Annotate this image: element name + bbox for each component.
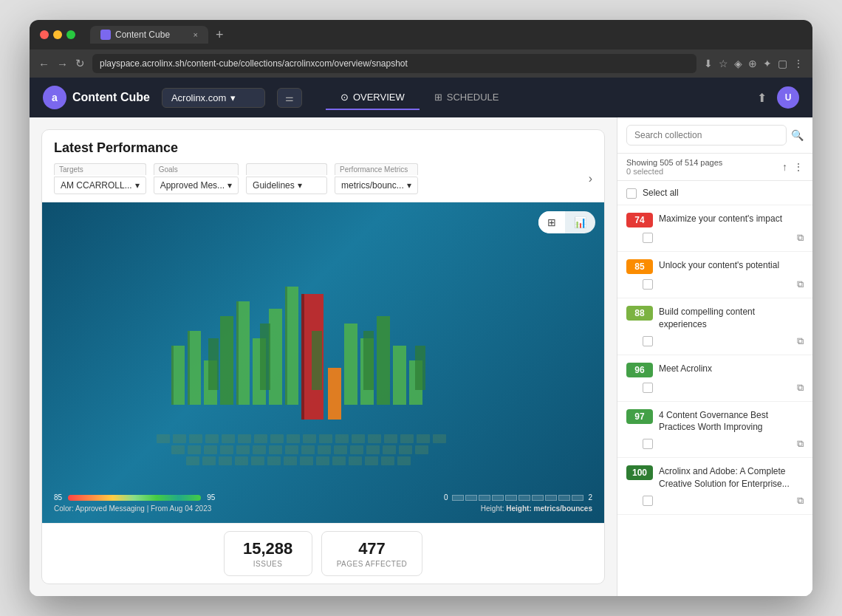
item-checkbox[interactable] xyxy=(643,439,653,449)
close-button[interactable] xyxy=(40,30,49,39)
copy-icon[interactable]: ⧉ xyxy=(797,335,804,347)
copy-icon[interactable]: ⧉ xyxy=(797,382,804,394)
extension2-icon: ⊕ xyxy=(748,58,757,69)
item-checkbox[interactable] xyxy=(643,383,653,393)
back-button[interactable]: ← xyxy=(38,58,49,70)
user-avatar[interactable]: U xyxy=(777,86,799,109)
avatar-initial: U xyxy=(785,92,792,103)
copy-icon[interactable]: ⧉ xyxy=(797,495,804,507)
new-tab-button[interactable]: + xyxy=(211,27,228,43)
search-button[interactable]: 🔍 xyxy=(791,129,804,141)
address-bar-actions: ⬇ ☆ ◈ ⊕ ✦ ▢ ⋮ xyxy=(704,58,804,69)
item-row-1: 74 Maximize your content's impact xyxy=(626,213,804,227)
svg-rect-51 xyxy=(220,316,233,405)
select-all-checkbox[interactable] xyxy=(626,188,637,199)
grid-view-button[interactable]: ⊞ xyxy=(538,211,565,233)
org-name: Acrolinx.com xyxy=(171,92,226,103)
item-title: 4 Content Governance Best Practices Wort… xyxy=(659,409,804,434)
svg-rect-37 xyxy=(235,456,248,465)
collapse-button[interactable]: › xyxy=(589,172,592,185)
svg-rect-4 xyxy=(222,434,235,443)
header-right: ⬆ U xyxy=(757,86,799,109)
svg-rect-58 xyxy=(344,324,357,405)
svg-rect-32 xyxy=(399,445,412,454)
tab-overview-label: OVERVIEW xyxy=(353,92,405,103)
viz-legend: 85 95 Color: Approved Messaging | From A… xyxy=(54,493,592,513)
bookmark-icon[interactable]: ☆ xyxy=(719,58,728,69)
copy-icon[interactable]: ⧉ xyxy=(797,232,804,244)
svg-rect-60 xyxy=(377,316,390,405)
svg-rect-7 xyxy=(270,434,284,443)
svg-rect-63 xyxy=(208,338,219,390)
svg-rect-42 xyxy=(316,456,329,465)
color-legend-label: Color: Approved Messaging | From Aug 04 … xyxy=(54,504,215,513)
item-row-3: 88 Build compelling content experiences xyxy=(626,306,804,331)
svg-rect-13 xyxy=(368,434,381,443)
refresh-button[interactable]: ↻ xyxy=(75,57,85,70)
svg-rect-12 xyxy=(352,434,365,443)
targets-control: Targets AM CCARROLL... ▾ xyxy=(54,163,146,194)
split-icon: ▢ xyxy=(778,58,787,69)
perf-title: Latest Performance xyxy=(54,140,592,156)
org-dropdown[interactable]: Acrolinx.com ▾ xyxy=(162,88,265,108)
metrics-label: Performance Metrics xyxy=(335,163,418,175)
pages-stat: 477 PAGES AFFECTED xyxy=(321,531,423,576)
filter-button[interactable]: ⚌ xyxy=(277,88,302,108)
tab-overview[interactable]: ⊙ OVERVIEW xyxy=(326,86,420,110)
item-checkbox[interactable] xyxy=(643,496,653,506)
svg-rect-21 xyxy=(220,445,233,454)
svg-rect-36 xyxy=(219,456,232,465)
meta-actions: ↑ ⋮ xyxy=(782,161,804,173)
svg-rect-57 xyxy=(328,368,341,420)
tab-favicon xyxy=(100,30,111,40)
chart-view-button[interactable]: 📊 xyxy=(565,211,595,233)
maximize-button[interactable] xyxy=(66,30,75,39)
copy-icon[interactable]: ⧉ xyxy=(797,438,804,450)
logo-area: a Content Cube xyxy=(43,86,150,109)
copy-icon[interactable]: ⧉ xyxy=(797,278,804,290)
item-title: Build compelling content experiences xyxy=(659,306,804,331)
targets-label: Targets xyxy=(54,163,146,175)
svg-rect-24 xyxy=(269,445,282,454)
select-all-label: Select all xyxy=(643,188,679,198)
tab-schedule-label: SCHEDULE xyxy=(447,92,499,103)
metrics-select[interactable]: metrics/bounc... ▾ xyxy=(335,177,418,194)
sort-up-icon[interactable]: ↑ xyxy=(782,161,787,173)
svg-rect-8 xyxy=(287,434,300,443)
forward-button[interactable]: → xyxy=(57,58,68,70)
svg-rect-30 xyxy=(366,445,380,454)
item-checkbox[interactable] xyxy=(643,279,653,290)
bar-chart-icon: 📊 xyxy=(574,216,586,228)
svg-rect-40 xyxy=(284,456,297,465)
more-vert-icon[interactable]: ⋮ xyxy=(793,161,804,173)
item-checkbox[interactable] xyxy=(643,233,653,243)
more-icon[interactable]: ⋮ xyxy=(793,58,804,69)
svg-rect-19 xyxy=(188,445,201,454)
targets-select[interactable]: AM CCARROLL... ▾ xyxy=(54,177,146,194)
svg-rect-71 xyxy=(285,287,287,405)
score-badge: 85 xyxy=(626,259,653,274)
item-checkbox[interactable] xyxy=(643,336,653,346)
svg-rect-0 xyxy=(157,434,170,443)
guidelines-label xyxy=(246,163,327,175)
tab-schedule[interactable]: ⊞ SCHEDULE xyxy=(420,86,514,110)
minimize-button[interactable] xyxy=(53,30,62,39)
share-icon[interactable]: ⬆ xyxy=(757,91,767,105)
collection-meta-text: Showing 505 of 514 pages 0 selected xyxy=(626,158,722,176)
item-row-5: 97 4 Content Governance Best Practices W… xyxy=(626,409,804,434)
metrics-value: metrics/bounc... xyxy=(341,180,404,191)
svg-rect-3 xyxy=(205,434,219,443)
chevron-down-icon: ▾ xyxy=(230,92,236,103)
height-bar: 0 2 xyxy=(444,493,592,502)
showing-text: Showing 505 of 514 pages xyxy=(626,158,722,167)
url-input[interactable] xyxy=(92,54,696,73)
guidelines-select[interactable]: Guidelines ▾ xyxy=(246,177,327,194)
list-item: 85 Unlock your content's potential ⧉ xyxy=(617,252,812,298)
goals-select[interactable]: Approved Mes... ▾ xyxy=(154,177,239,194)
legend-bar: 85 95 xyxy=(54,493,215,502)
browser-tab[interactable]: Content Cube × xyxy=(90,26,208,44)
titlebar: Content Cube × + xyxy=(30,20,812,49)
score-badge: 97 xyxy=(626,409,653,424)
search-input[interactable] xyxy=(626,125,787,146)
tab-close-button[interactable]: × xyxy=(194,30,198,39)
